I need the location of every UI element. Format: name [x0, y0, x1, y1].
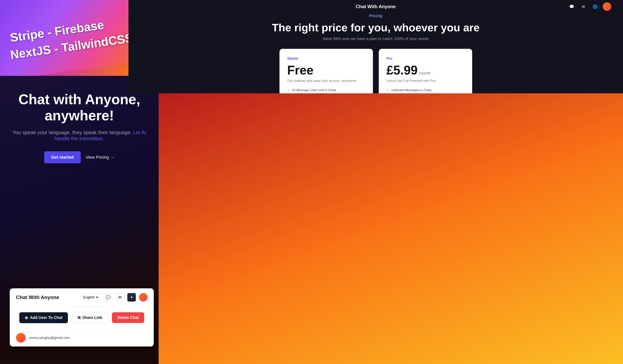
copy-icon: ⧉ — [78, 315, 80, 320]
pro-tier-label: Pro — [386, 57, 464, 61]
nav-chat-icon[interactable]: 💬 — [568, 3, 576, 11]
view-pricing-button[interactable]: View Pricing → — [86, 155, 114, 160]
starter-tier-label: Starter — [287, 57, 365, 61]
plus-circle-icon: ⊕ — [25, 315, 28, 320]
pricing-panel: Chat With Anyone 💬 ✉ 🌐 Pricing The right… — [129, 0, 623, 93]
share-link-label: Share Link — [82, 315, 102, 320]
chat-user-avatar — [16, 333, 26, 343]
chat-widget-actions: ⊕ Add User To Chat ⧉ Share Link Delete C… — [10, 306, 154, 329]
starter-feature-1: ✓20 Message Chat Limit in Chats — [287, 88, 365, 92]
banner-text-container: Stripe - Firebase NextJS - TailwindCSS — [0, 0, 129, 76]
chevron-down-icon: ▾ — [96, 295, 98, 300]
chat-user-row: sonny.sangha@gmail.com — [10, 329, 154, 346]
hero-panel: Chat with Anyone,anywhere! You speak you… — [0, 76, 159, 364]
chat-widget: Chat With Anyone English ▾ 💬 ✉ ✦ — [10, 288, 154, 346]
starter-card: Starter Free Get chatting right away wit… — [279, 49, 373, 93]
hero-content: Chat with Anyone,anywhere! You speak you… — [0, 91, 159, 179]
chat-icon: 💬 — [569, 4, 574, 9]
hero-subtitle-text: You speak your language, they speak thei… — [13, 129, 132, 135]
pro-card: Pro £5.99 /month Unlock the Full Potenti… — [379, 49, 472, 93]
user-avatar[interactable] — [139, 293, 148, 302]
nav-translate-icon[interactable]: 🌐 — [591, 3, 599, 11]
chat-user-email: sonny.sangha@gmail.com — [29, 336, 70, 340]
translate-icon: ✦ — [130, 295, 133, 300]
pro-price-container: £5.99 /month — [386, 63, 464, 77]
pro-features: ✓Unlimited Messages in Chats ✓Unlimited … — [386, 88, 464, 93]
language-label: English — [83, 295, 95, 300]
message-icon-button[interactable]: ✉ — [116, 293, 124, 302]
pro-price-period: /month — [419, 71, 431, 76]
message-icon-nav: ✉ — [582, 4, 585, 9]
banner-panel: Stripe - Firebase NextJS - TailwindCSS — [0, 0, 129, 76]
chat-bubble-icon: 💬 — [106, 295, 111, 300]
message-icon: ✉ — [118, 295, 122, 300]
language-selector[interactable]: English ▾ — [80, 293, 101, 301]
chat-widget-header: Chat With Anyone English ▾ 💬 ✉ ✦ — [10, 288, 154, 306]
translate-icon-button[interactable]: ✦ — [127, 293, 136, 302]
pricing-nav: Chat With Anyone 💬 ✉ 🌐 — [129, 4, 623, 9]
chat-widget-logo: Chat With Anyone — [16, 294, 59, 301]
pricing-title: The right price for you, whoever you are — [272, 21, 480, 34]
pricing-badge: Pricing — [369, 14, 382, 18]
pricing-cards: Starter Free Get chatting right away wit… — [129, 49, 623, 93]
check-icon: ✓ — [386, 88, 389, 92]
add-user-label: Add User To Chat — [30, 315, 63, 320]
share-link-button[interactable]: ⧉ Share Link — [72, 312, 108, 323]
pro-feature-1: ✓Unlimited Messages in Chats — [386, 88, 464, 92]
nav-message-icon[interactable]: ✉ — [579, 3, 587, 11]
pricing-subtitle: Were 99% sure we have a plan to match 10… — [323, 37, 429, 41]
pro-price: £5.99 — [386, 63, 418, 77]
pro-description: Unlock the Full Potential with Pro! — [386, 79, 464, 83]
nav-user-avatar[interactable] — [603, 2, 611, 11]
hero-buttons: Get started View Pricing → — [44, 151, 114, 163]
translate-icon-nav: 🌐 — [593, 4, 598, 9]
orange-background-panel — [159, 93, 623, 364]
pricing-nav-icons: 💬 ✉ 🌐 — [568, 2, 611, 11]
chat-bubble-icon-button[interactable]: 💬 — [104, 293, 112, 302]
delete-chat-button[interactable]: Delete Chat — [112, 312, 144, 323]
hero-title: Chat with Anyone,anywhere! — [19, 91, 140, 124]
starter-description: Get chatting right away with anyone, any… — [287, 79, 365, 83]
get-started-button[interactable]: Get started — [44, 151, 81, 163]
chat-header-right: English ▾ 💬 ✉ ✦ — [80, 293, 148, 302]
check-icon: ✓ — [287, 88, 290, 92]
add-user-button[interactable]: ⊕ Add User To Chat — [19, 312, 68, 323]
pricing-nav-logo: Chat With Anyone — [356, 4, 396, 9]
hero-subtitle: You speak your language, they speak thei… — [12, 129, 147, 142]
starter-features: ✓20 Message Chat Limit in Chats ✓2 Parti… — [287, 88, 365, 93]
starter-price: Free — [287, 63, 365, 77]
